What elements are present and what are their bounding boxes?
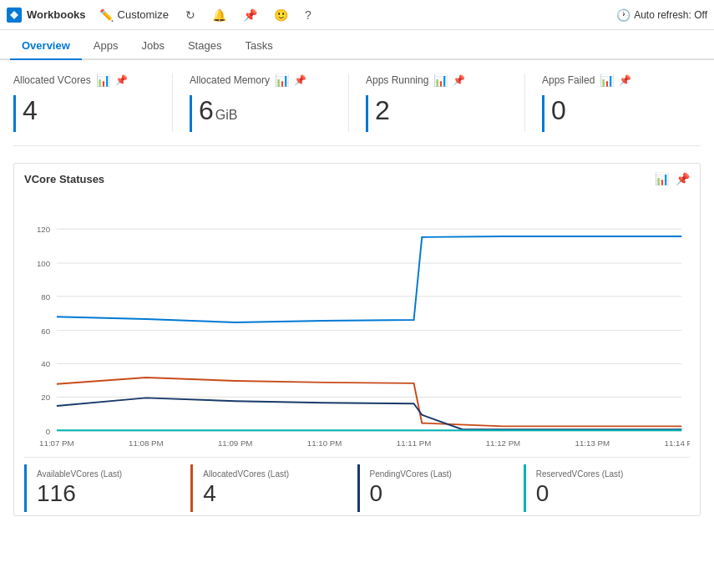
workbooks-label: Workbooks [27, 8, 86, 21]
tab-tasks[interactable]: Tasks [233, 33, 284, 60]
metric-apps-running: Apps Running 📊 📌 2 [366, 74, 525, 132]
topbar: Workbooks ✏️ Customize ↻ 🔔 📌 🙂 ? 🕐 Auto … [0, 0, 714, 30]
svg-text:100: 100 [37, 259, 51, 268]
legend-available-vcores-label: AvailableVCores (Last) [37, 469, 180, 479]
metrics-row: Allocated VCores 📊 📌 4 Allocated Memory … [13, 74, 701, 146]
legend-reserved-vcores-label: ReservedVCores (Last) [536, 469, 680, 479]
customize-icon: ✏️ [99, 8, 114, 22]
pin-button[interactable]: 📌 [240, 8, 261, 22]
available-vcores-line [57, 236, 681, 322]
apps-running-bar [366, 95, 368, 132]
chart-expand-icon[interactable]: 📊 [655, 172, 669, 185]
tab-stages[interactable]: Stages [176, 33, 233, 60]
refresh-circle-icon: ↻ [185, 8, 195, 22]
memory-chart-icon[interactable]: 📊 [275, 74, 289, 87]
svg-text:120: 120 [37, 225, 51, 234]
tab-apps[interactable]: Apps [82, 33, 130, 60]
svg-text:0: 0 [46, 427, 51, 436]
metric-title-apps-failed: Apps Failed [542, 74, 595, 86]
chart-container: 120 100 80 60 40 20 0 11:07 PM 11:08 PM … [24, 192, 690, 454]
chart-actions: 📊 📌 [655, 172, 690, 185]
legend-allocated-vcores-label: AllocatedVCores (Last) [203, 469, 347, 479]
svg-text:11:13 PM: 11:13 PM [575, 438, 610, 448]
customize-label: Customize [118, 8, 169, 21]
auto-refresh-label: Auto refresh: Off [634, 9, 707, 21]
help-button[interactable]: ? [301, 8, 315, 22]
legend-reserved-vcores-value: 0 [536, 480, 680, 507]
metric-value-vcores: 4 [13, 95, 155, 132]
memory-unit: GiB [215, 108, 238, 123]
customize-button[interactable]: ✏️ Customize [96, 8, 172, 22]
auto-refresh-status[interactable]: 🕐 Auto refresh: Off [616, 8, 707, 22]
tab-overview[interactable]: Overview [10, 33, 82, 60]
memory-pin-icon[interactable]: 📌 [294, 74, 306, 86]
apps-running-chart-icon[interactable]: 📊 [433, 74, 448, 87]
nav-tabs: Overview Apps Jobs Stages Tasks [0, 30, 714, 60]
metric-value-apps-running: 2 [366, 95, 508, 132]
main-content: Allocated VCores 📊 📌 4 Allocated Memory … [0, 60, 714, 516]
refresh-button[interactable]: ↻ [182, 8, 199, 22]
workbooks-link[interactable]: Workbooks [7, 8, 86, 23]
legend-pending-vcores-label: PendingVCores (Last) [370, 469, 514, 479]
metric-value-memory: 6 GiB [190, 95, 332, 132]
vcore-svg: 120 100 80 60 40 20 0 11:07 PM 11:08 PM … [24, 192, 690, 451]
legend-pending-vcores-value: 0 [370, 480, 514, 507]
metric-value-apps-failed: 0 [542, 95, 684, 132]
apps-failed-pin-icon[interactable]: 📌 [619, 74, 631, 86]
apps-running-pin-icon[interactable]: 📌 [453, 74, 465, 86]
chart-pin-icon[interactable]: 📌 [676, 172, 690, 185]
apps-failed-chart-icon[interactable]: 📊 [600, 74, 614, 87]
svg-text:11:10 PM: 11:10 PM [307, 438, 342, 448]
vcore-statuses-chart: VCore Statuses 📊 📌 120 1 [13, 163, 701, 516]
legend-reserved-vcores: ReservedVCores (Last) 0 [524, 464, 690, 512]
metric-header-apps-failed: Apps Failed 📊 📌 [542, 74, 684, 87]
svg-text:11:07 PM: 11:07 PM [39, 438, 74, 448]
vcores-chart-icon[interactable]: 📊 [96, 74, 110, 87]
legend-pending-vcores: PendingVCores (Last) 0 [357, 464, 524, 512]
metric-header-vcores: Allocated VCores 📊 📌 [13, 74, 155, 87]
pin-icon: 📌 [243, 8, 257, 22]
metric-header-apps-running: Apps Running 📊 📌 [366, 74, 508, 87]
metric-title-vcores: Allocated VCores [13, 74, 91, 86]
apps-running-number: 2 [375, 95, 390, 126]
vcores-number: 4 [23, 95, 38, 126]
workbooks-icon [7, 8, 22, 23]
chart-legend: AvailableVCores (Last) 116 AllocatedVCor… [24, 457, 690, 515]
chart-title: VCore Statuses [24, 173, 104, 185]
metric-title-apps-running: Apps Running [366, 74, 428, 86]
svg-text:11:09 PM: 11:09 PM [218, 438, 253, 448]
chart-header: VCore Statuses 📊 📌 [24, 172, 690, 185]
metric-header-memory: Allocated Memory 📊 📌 [190, 74, 332, 87]
smiley-icon: 🙂 [274, 8, 288, 22]
svg-text:11:08 PM: 11:08 PM [129, 438, 164, 448]
svg-text:11:14 PM: 11:14 PM [665, 438, 690, 448]
notifications-button[interactable]: 🔔 [209, 8, 230, 22]
bell-icon: 🔔 [212, 8, 226, 22]
metric-allocated-memory: Allocated Memory 📊 📌 6 GiB [190, 74, 349, 132]
metric-title-memory: Allocated Memory [190, 74, 270, 86]
pending-vcores-line [57, 398, 681, 429]
clock-icon: 🕐 [616, 8, 630, 22]
feedback-button[interactable]: 🙂 [271, 8, 291, 22]
legend-allocated-vcores: AllocatedVCores (Last) 4 [190, 464, 357, 512]
vcores-pin-icon[interactable]: 📌 [115, 74, 128, 86]
svg-text:80: 80 [41, 292, 50, 302]
svg-text:60: 60 [41, 327, 50, 336]
help-icon: ? [305, 8, 311, 22]
allocated-vcores-line [57, 378, 681, 426]
svg-text:11:12 PM: 11:12 PM [486, 438, 521, 448]
memory-number: 6 [199, 95, 214, 126]
svg-text:40: 40 [41, 359, 50, 368]
svg-text:11:11 PM: 11:11 PM [397, 438, 432, 448]
legend-allocated-vcores-value: 4 [203, 480, 347, 507]
legend-available-vcores: AvailableVCores (Last) 116 [24, 464, 190, 512]
tab-jobs[interactable]: Jobs [129, 33, 175, 60]
metric-apps-failed: Apps Failed 📊 📌 0 [542, 74, 701, 132]
apps-failed-bar [542, 95, 544, 132]
apps-failed-number: 0 [551, 95, 566, 126]
legend-available-vcores-value: 116 [37, 480, 180, 507]
metric-allocated-vcores: Allocated VCores 📊 📌 4 [13, 74, 173, 132]
memory-bar [190, 95, 192, 132]
vcores-bar [13, 95, 16, 132]
svg-text:20: 20 [41, 393, 50, 402]
